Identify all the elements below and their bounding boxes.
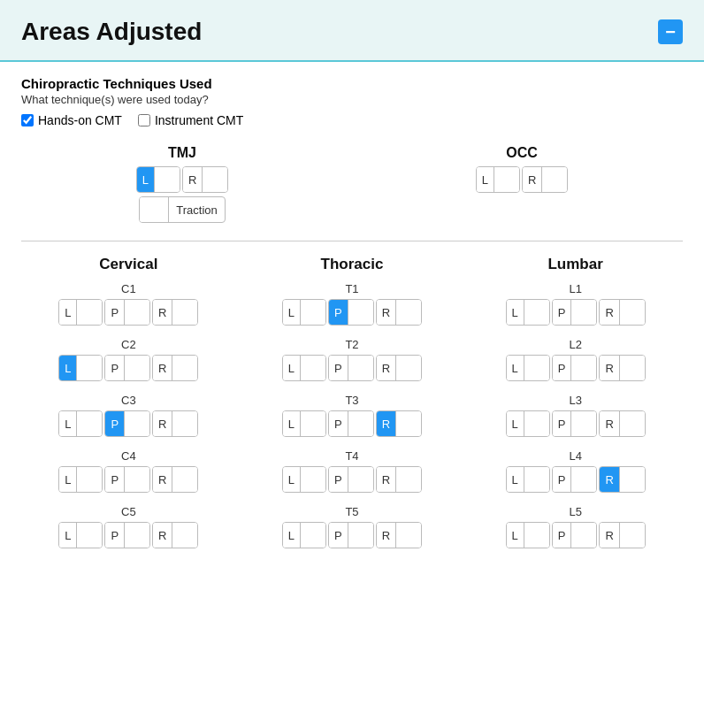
t4-r-label[interactable]: R bbox=[377, 467, 396, 492]
c4-r-input[interactable] bbox=[172, 467, 197, 492]
t2-p-input[interactable] bbox=[348, 356, 373, 380]
l2-l-input[interactable] bbox=[524, 356, 549, 380]
c3-p-input[interactable] bbox=[125, 411, 149, 436]
t4-r-button[interactable]: R bbox=[376, 466, 422, 493]
l1-p-input[interactable] bbox=[571, 300, 596, 325]
l1-l-label[interactable]: L bbox=[507, 300, 524, 325]
c5-r-button[interactable]: R bbox=[152, 522, 198, 548]
t5-p-input[interactable] bbox=[348, 523, 373, 548]
c5-p-label[interactable]: P bbox=[105, 523, 125, 548]
l3-p-label[interactable]: P bbox=[553, 411, 572, 436]
t1-r-label[interactable]: R bbox=[377, 300, 396, 325]
l4-p-button[interactable]: P bbox=[552, 466, 598, 493]
l4-l-input[interactable] bbox=[524, 467, 549, 492]
t1-p-label[interactable]: P bbox=[329, 300, 348, 325]
t3-p-input[interactable] bbox=[348, 411, 373, 436]
c3-r-input[interactable] bbox=[172, 411, 197, 436]
t3-r-button[interactable]: R bbox=[376, 410, 422, 437]
c4-l-label[interactable]: L bbox=[59, 467, 77, 492]
l3-l-label[interactable]: L bbox=[507, 411, 524, 436]
t3-l-button[interactable]: L bbox=[282, 410, 326, 437]
t5-l-label[interactable]: L bbox=[283, 523, 301, 548]
l5-r-button[interactable]: R bbox=[599, 522, 645, 548]
t5-l-button[interactable]: L bbox=[282, 522, 326, 548]
l2-p-input[interactable] bbox=[571, 356, 596, 380]
c1-l-input[interactable] bbox=[77, 300, 102, 325]
l3-r-input[interactable] bbox=[620, 411, 645, 436]
tmj-traction-input[interactable] bbox=[140, 197, 168, 222]
instrument-cmt-checkbox[interactable] bbox=[138, 114, 150, 126]
occ-r-button[interactable]: R bbox=[522, 166, 568, 193]
l1-p-label[interactable]: P bbox=[553, 300, 572, 325]
l2-p-label[interactable]: P bbox=[553, 356, 572, 380]
l4-l-button[interactable]: L bbox=[506, 466, 550, 493]
occ-l-label[interactable]: L bbox=[477, 167, 494, 192]
c4-r-label[interactable]: R bbox=[153, 467, 172, 492]
tmj-r-input[interactable] bbox=[203, 167, 227, 192]
t4-l-input[interactable] bbox=[301, 467, 325, 492]
t1-l-label[interactable]: L bbox=[283, 300, 301, 325]
l2-l-label[interactable]: L bbox=[507, 356, 524, 380]
c1-p-button[interactable]: P bbox=[104, 299, 150, 326]
l4-r-label[interactable]: R bbox=[600, 467, 619, 492]
c1-r-button[interactable]: R bbox=[152, 299, 198, 326]
t4-l-label[interactable]: L bbox=[283, 467, 301, 492]
t4-p-input[interactable] bbox=[348, 467, 373, 492]
c5-p-input[interactable] bbox=[125, 523, 149, 548]
t2-p-button[interactable]: P bbox=[328, 355, 374, 381]
occ-l-button[interactable]: L bbox=[476, 166, 520, 193]
c5-p-button[interactable]: P bbox=[104, 522, 150, 548]
l4-r-button[interactable]: R bbox=[599, 466, 645, 493]
t2-r-button[interactable]: R bbox=[376, 355, 422, 381]
t2-l-button[interactable]: L bbox=[282, 355, 326, 381]
c1-p-input[interactable] bbox=[125, 300, 149, 325]
c4-l-button[interactable]: L bbox=[58, 466, 103, 493]
c5-l-button[interactable]: L bbox=[58, 522, 103, 548]
c2-l-label[interactable]: L bbox=[59, 356, 77, 380]
c5-r-input[interactable] bbox=[172, 523, 197, 548]
l1-r-button[interactable]: R bbox=[599, 299, 645, 326]
c3-l-label[interactable]: L bbox=[59, 411, 77, 436]
l4-r-input[interactable] bbox=[620, 467, 645, 492]
l3-r-label[interactable]: R bbox=[600, 411, 619, 436]
l2-r-button[interactable]: R bbox=[599, 355, 645, 381]
t3-l-label[interactable]: L bbox=[283, 411, 301, 436]
t1-l-button[interactable]: L bbox=[282, 299, 326, 326]
c5-l-input[interactable] bbox=[77, 523, 102, 548]
t1-p-input[interactable] bbox=[348, 300, 373, 325]
hands-on-cmt-label[interactable]: Hands-on CMT bbox=[21, 113, 122, 127]
t1-r-input[interactable] bbox=[396, 300, 421, 325]
c4-p-button[interactable]: P bbox=[104, 466, 150, 493]
t2-r-input[interactable] bbox=[396, 356, 421, 380]
c4-p-label[interactable]: P bbox=[105, 467, 125, 492]
c5-r-label[interactable]: R bbox=[153, 523, 172, 548]
t4-p-label[interactable]: P bbox=[329, 467, 348, 492]
t3-r-input[interactable] bbox=[396, 411, 421, 436]
l2-p-button[interactable]: P bbox=[552, 355, 598, 381]
occ-l-input[interactable] bbox=[494, 167, 519, 192]
c2-r-input[interactable] bbox=[172, 356, 197, 380]
t2-p-label[interactable]: P bbox=[329, 356, 348, 380]
t5-r-label[interactable]: R bbox=[377, 523, 396, 548]
t4-p-button[interactable]: P bbox=[328, 466, 374, 493]
l2-r-input[interactable] bbox=[620, 356, 645, 380]
t1-r-button[interactable]: R bbox=[376, 299, 422, 326]
c3-p-button[interactable]: P bbox=[104, 410, 150, 437]
c3-l-button[interactable]: L bbox=[58, 410, 103, 437]
c2-l-button[interactable]: L bbox=[58, 355, 103, 381]
t3-r-label[interactable]: R bbox=[377, 411, 396, 436]
l4-p-label[interactable]: P bbox=[553, 467, 572, 492]
l3-r-button[interactable]: R bbox=[599, 410, 645, 437]
l4-p-input[interactable] bbox=[571, 467, 596, 492]
tmj-l-input[interactable] bbox=[155, 167, 180, 192]
l5-l-input[interactable] bbox=[524, 523, 549, 548]
hands-on-cmt-checkbox[interactable] bbox=[21, 114, 34, 126]
instrument-cmt-label[interactable]: Instrument CMT bbox=[138, 113, 243, 127]
t3-p-label[interactable]: P bbox=[329, 411, 348, 436]
l3-l-button[interactable]: L bbox=[506, 410, 550, 437]
c5-l-label[interactable]: L bbox=[59, 523, 77, 548]
c1-l-button[interactable]: L bbox=[58, 299, 103, 326]
c2-p-input[interactable] bbox=[125, 356, 149, 380]
c1-p-label[interactable]: P bbox=[105, 300, 125, 325]
l2-l-button[interactable]: L bbox=[506, 355, 550, 381]
